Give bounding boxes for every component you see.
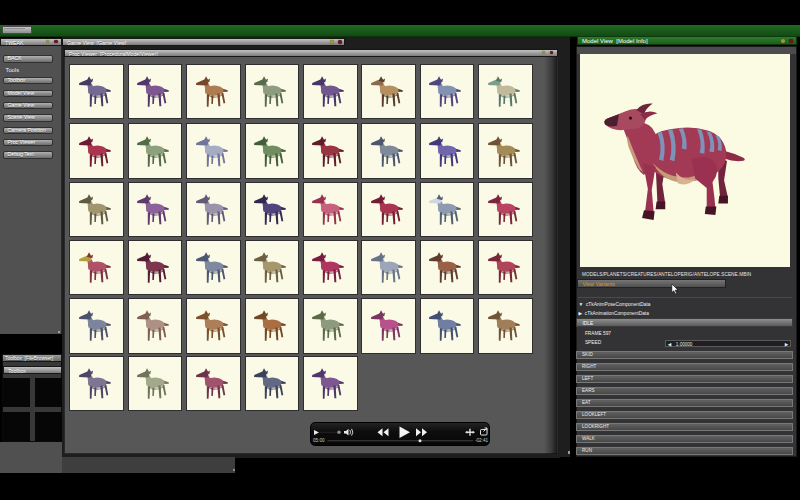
svg-text:05:00: 05:00 [313, 438, 325, 443]
svg-text:-02:41: -02:41 [474, 438, 487, 443]
